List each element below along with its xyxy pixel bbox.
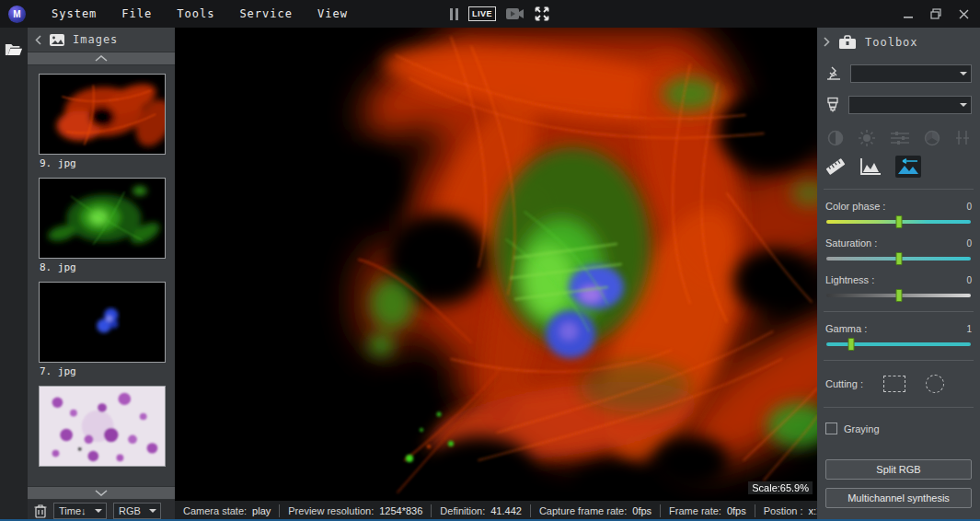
- images-panel-title: Images: [73, 33, 118, 46]
- ruler-icon[interactable]: [825, 157, 846, 176]
- divider: [824, 407, 974, 408]
- toolbox-panel: Toolbox: [817, 28, 980, 521]
- minimize-icon[interactable]: [903, 8, 914, 19]
- brightness-icon[interactable]: [859, 130, 875, 146]
- objective-dropdown[interactable]: [848, 96, 972, 114]
- split-rgb-button[interactable]: Split RGB: [825, 459, 972, 480]
- delete-trash-icon[interactable]: [34, 504, 47, 518]
- close-icon[interactable]: [958, 8, 969, 19]
- title-bar: M System File Tools Service View LIVE: [0, 0, 980, 28]
- menu-service[interactable]: Service: [239, 7, 293, 20]
- objective-select-row: [825, 96, 972, 114]
- record-video-icon[interactable]: [506, 7, 525, 20]
- saturation-slider[interactable]: [826, 257, 971, 260]
- status-label: Postion :: [764, 505, 803, 516]
- live-preview-image[interactable]: Scale:65.9%: [175, 28, 817, 501]
- expand-panel-icon[interactable]: [824, 37, 830, 47]
- channel-mode-dropdown[interactable]: RGB: [113, 503, 161, 519]
- thumbnail-scroll-down[interactable]: [28, 487, 175, 499]
- levels-icon[interactable]: [891, 131, 909, 145]
- rect-crop-icon[interactable]: [883, 376, 905, 392]
- microscope-icon: [825, 65, 842, 82]
- viewer-column: Scale:65.9% Camera state: play Preview r…: [175, 28, 817, 521]
- sort-order-dropdown[interactable]: Time↓: [53, 503, 107, 519]
- status-value: 0fps: [727, 505, 746, 516]
- capture-controls: LIVE: [450, 0, 549, 28]
- fullscreen-icon[interactable]: [535, 6, 549, 21]
- lightness-value: 0: [966, 275, 972, 285]
- camera-select-row: [825, 64, 972, 83]
- histogram-icon[interactable]: [859, 157, 882, 176]
- lightness-slider[interactable]: [826, 294, 971, 297]
- menu-tools[interactable]: Tools: [177, 7, 214, 20]
- color-wheel-icon[interactable]: [924, 130, 940, 146]
- toolbox-header: Toolbox: [824, 29, 972, 54]
- collapse-panel-icon[interactable]: [35, 35, 41, 45]
- thumbnail-stained-slide[interactable]: [39, 386, 166, 467]
- saturation-label-row: Saturation : 0: [825, 237, 972, 249]
- status-definition: Definition: 41.442: [431, 504, 530, 517]
- caret-down-icon: [960, 72, 967, 75]
- gamma-value: 1: [966, 324, 972, 334]
- images-panel: Images: [28, 28, 175, 521]
- status-label: Preview resolution:: [288, 505, 374, 516]
- gamma-slider[interactable]: [826, 342, 971, 346]
- slider-thumb[interactable]: [895, 252, 902, 265]
- thumbnail-label: 9. jpg: [40, 157, 175, 169]
- white-balance-icon[interactable]: [955, 130, 970, 146]
- images-panel-controls: Time↓ RGB: [28, 500, 175, 521]
- status-capture-frame-rate: Capture frame rate: 0fps: [530, 504, 660, 517]
- thumbnail-red-channel[interactable]: [39, 74, 166, 155]
- status-bar: Camera state: play Preview resolution: 1…: [175, 501, 817, 521]
- thumbnail-scroll-up[interactable]: [28, 52, 175, 64]
- open-folder-icon[interactable]: [5, 42, 23, 57]
- scale-indicator: Scale:65.9%: [748, 481, 813, 494]
- app-window: M System File Tools Service View LIVE: [0, 0, 980, 521]
- app-logo-icon: M: [8, 6, 26, 23]
- graying-row: Graying: [825, 423, 972, 434]
- caret-down-icon: [149, 509, 156, 513]
- toolbox-title: Toolbox: [865, 36, 918, 49]
- thumbnail-label: [40, 469, 175, 480]
- status-value: 1254*836: [379, 505, 422, 516]
- contrast-icon[interactable]: [827, 130, 844, 146]
- circle-crop-icon[interactable]: [926, 375, 944, 393]
- divider: [824, 189, 974, 190]
- caret-down-icon: [95, 509, 102, 513]
- live-mode-icon[interactable]: LIVE: [468, 6, 496, 21]
- status-frame-rate: Frame rate: 0fps: [660, 504, 755, 517]
- slider-thumb[interactable]: [847, 338, 854, 351]
- multichannel-synthesis-button[interactable]: Multichannel synthesis: [825, 488, 972, 508]
- gamma-label: Gamma :: [825, 323, 867, 334]
- measure-tools-row: [825, 156, 972, 178]
- channel-mode-value: RGB: [119, 505, 141, 516]
- restore-icon[interactable]: [930, 8, 941, 19]
- adjustment-tools-disabled: [827, 130, 970, 146]
- slider-thumb[interactable]: [895, 215, 902, 228]
- lightness-label-row: Lightness : 0: [825, 274, 972, 285]
- pause-icon[interactable]: [450, 8, 458, 20]
- menu-view[interactable]: View: [317, 7, 348, 20]
- thumbnail-label: 7. jpg: [40, 365, 175, 377]
- image-adjust-icon-selected[interactable]: [895, 156, 921, 178]
- slider-thumb[interactable]: [895, 289, 902, 302]
- camera-dropdown[interactable]: [850, 64, 972, 83]
- thumbnail-label: 8. jpg: [40, 261, 175, 273]
- color-phase-slider[interactable]: [826, 220, 971, 224]
- menu-file[interactable]: File: [121, 7, 152, 20]
- menu-system[interactable]: System: [52, 7, 97, 20]
- thumbnail-green-channel[interactable]: [39, 178, 166, 259]
- lightness-label: Lightness :: [825, 274, 874, 285]
- button-group: Split RGB Multichannel synthesis: [825, 451, 972, 508]
- thumbnail-blue-channel[interactable]: [39, 282, 166, 363]
- graying-checkbox[interactable]: [825, 423, 837, 434]
- menu-bar: System File Tools Service View: [52, 7, 348, 20]
- status-label: Frame rate:: [669, 505, 721, 516]
- color-phase-label: Color phase :: [825, 201, 885, 212]
- divider: [824, 311, 974, 312]
- objective-lens-icon: [825, 97, 840, 113]
- cutting-label: Cutting :: [825, 378, 863, 389]
- window-controls: [903, 0, 969, 28]
- status-label: Definition:: [440, 505, 485, 516]
- cutting-row: Cutting :: [825, 375, 972, 393]
